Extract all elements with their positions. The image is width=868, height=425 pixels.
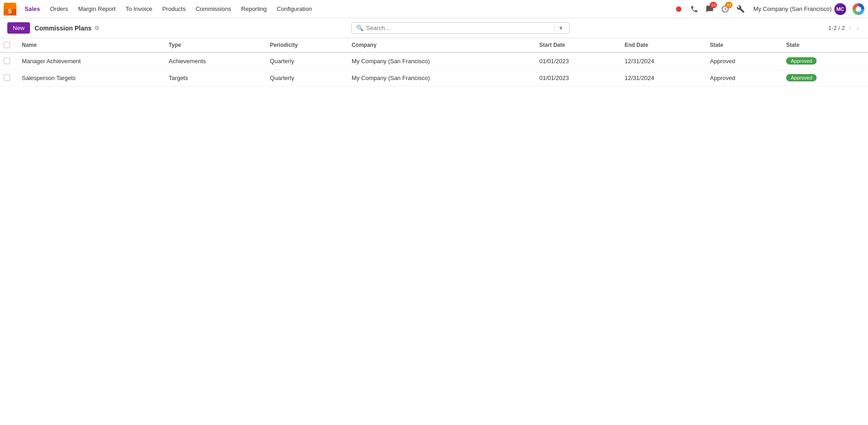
nav-items: Sales Orders Margin Report To Invoice Pr… [20, 4, 672, 14]
col-header-company[interactable]: Company [346, 38, 534, 52]
user-avatar: MC [834, 3, 846, 15]
app-logo[interactable]: S [4, 3, 16, 15]
nav-item-commissions[interactable]: Commissions [191, 4, 236, 14]
col-header-state-badge[interactable]: State [781, 38, 868, 52]
nav-item-margin-report[interactable]: Margin Report [74, 4, 120, 14]
cell-type: Targets [163, 70, 264, 86]
cell-start-date: 01/01/2023 [534, 52, 619, 70]
search-dropdown-button[interactable]: ▼ [554, 25, 565, 31]
settings-gear-icon[interactable]: ⚙ [94, 25, 100, 31]
nav-item-to-invoice[interactable]: To Invoice [121, 4, 157, 14]
cell-name: Manager Achievement [16, 52, 163, 70]
cell-start-date: 01/01/2023 [534, 70, 619, 86]
pagination: 1-2 / 2 ‹ › [828, 23, 861, 33]
select-all-checkbox-header[interactable] [0, 38, 16, 52]
pagination-next-button[interactable]: › [855, 23, 861, 33]
nav-item-reporting[interactable]: Reporting [237, 4, 271, 14]
odoo-logo-spinner [853, 3, 864, 15]
search-bar: 🔍 ▼ [351, 22, 570, 34]
cell-end-date: 12/31/2024 [619, 70, 705, 86]
col-header-end-date[interactable]: End Date [619, 38, 705, 52]
col-header-name[interactable]: Name [16, 38, 163, 52]
sub-header: New Commission Plans ⚙ 🔍 ▼ 1-2 / 2 ‹ › [0, 18, 868, 38]
col-header-state-text[interactable]: State [705, 38, 781, 52]
company-selector[interactable]: My Company (San Francisco) MC [750, 2, 850, 16]
cell-state-badge: Approved [781, 52, 868, 70]
table-header-row: Name Type Periodicity Company Start Date… [0, 38, 868, 52]
cell-company: My Company (San Francisco) [346, 70, 534, 86]
cell-state-text: Approved [705, 52, 781, 70]
cell-type: Achievements [163, 52, 264, 70]
top-navigation: S Sales Orders Margin Report To Invoice … [0, 0, 868, 18]
svg-text:S: S [8, 8, 12, 14]
company-name: My Company (San Francisco) [753, 5, 832, 12]
nav-item-orders[interactable]: Orders [45, 4, 73, 14]
nav-right: 13 33 My Company (San Francisco) MC [672, 2, 864, 16]
cell-company: My Company (San Francisco) [346, 52, 534, 70]
search-input[interactable] [366, 25, 551, 31]
pagination-prev-button[interactable]: ‹ [847, 23, 853, 33]
tools-icon-btn[interactable] [734, 3, 747, 15]
page-title-wrap: Commission Plans ⚙ [35, 25, 100, 32]
activity-badge: 33 [725, 2, 732, 8]
new-button[interactable]: New [7, 22, 30, 34]
nav-item-sales[interactable]: Sales [20, 4, 45, 14]
search-icon: 🔍 [356, 25, 363, 31]
row-checkbox[interactable] [0, 70, 16, 86]
row-checkbox[interactable] [0, 52, 16, 70]
svg-point-4 [676, 6, 681, 12]
col-header-type[interactable]: Type [163, 38, 264, 52]
cell-end-date: 12/31/2024 [619, 52, 705, 70]
pagination-text: 1-2 / 2 [828, 25, 845, 31]
chat-icon-btn[interactable]: 13 [703, 3, 716, 15]
status-indicator[interactable] [672, 3, 685, 15]
activity-icon-btn[interactable]: 33 [719, 3, 732, 15]
cell-name: Salesperson Targets [16, 70, 163, 86]
cell-state-badge: Approved [781, 70, 868, 86]
cell-periodicity: Quarterly [264, 70, 346, 86]
cell-state-text: Approved [705, 70, 781, 86]
phone-icon-btn[interactable] [688, 3, 701, 15]
chat-badge: 13 [710, 2, 717, 8]
nav-item-configuration[interactable]: Configuration [272, 4, 316, 14]
page-title: Commission Plans [35, 25, 91, 32]
nav-item-products[interactable]: Products [158, 4, 190, 14]
col-header-periodicity[interactable]: Periodicity [264, 38, 346, 52]
table-row[interactable]: Salesperson Targets Targets Quarterly My… [0, 70, 868, 86]
table-row[interactable]: Manager Achievement Achievements Quarter… [0, 52, 868, 70]
col-header-start-date[interactable]: Start Date [534, 38, 619, 52]
cell-periodicity: Quarterly [264, 52, 346, 70]
commission-plans-table: Name Type Periodicity Company Start Date… [0, 38, 868, 86]
